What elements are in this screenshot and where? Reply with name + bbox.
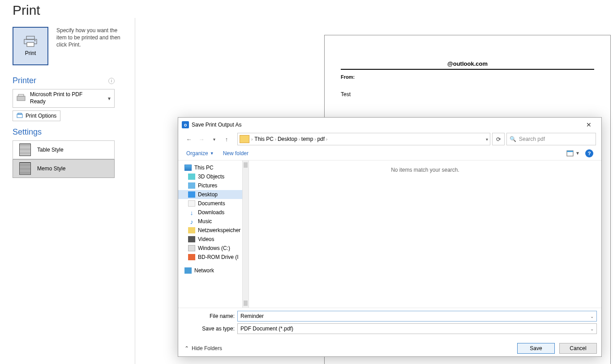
chevron-down-icon: ▼ (107, 96, 111, 101)
tree-item[interactable]: 3D Objects (178, 172, 242, 181)
printer-status: Ready (30, 98, 82, 106)
chevron-right-icon: › (297, 137, 301, 142)
chevron-right-icon: › (274, 137, 278, 142)
save-dialog: o Save Print Output As ✕ ← → ▾ ↑ › This … (178, 117, 602, 357)
nav-back-icon[interactable]: ← (184, 134, 194, 144)
tree-item[interactable]: Network (178, 266, 242, 275)
preview-account: @outlook.com (341, 60, 594, 70)
style-label: Table Style (37, 147, 64, 153)
pc-icon (184, 165, 192, 171)
view-mode-button[interactable]: ▼ (566, 150, 580, 157)
breadcrumb-segment[interactable]: Desktop (278, 136, 297, 142)
nav-up-icon[interactable]: ↑ (221, 134, 232, 144)
print-options-button[interactable]: Print Options (13, 110, 60, 121)
tree-item[interactable]: ♪Music (178, 217, 242, 226)
nav-history-icon[interactable]: ▾ (209, 134, 219, 144)
breadcrumb-segment[interactable]: This PC (254, 136, 274, 142)
chevron-down-icon[interactable]: ⌄ (590, 326, 594, 331)
printer-name: Microsoft Print to PDF (30, 91, 82, 98)
chevron-down-icon: ▼ (575, 151, 580, 156)
tree-item[interactable]: Netzwerkspeicher (178, 226, 242, 235)
save-button[interactable]: Save (517, 343, 555, 354)
dialog-title: Save Print Output As (192, 122, 241, 128)
chevron-down-icon[interactable]: ▾ (486, 137, 488, 142)
new-folder-button[interactable]: New folder (223, 150, 249, 157)
chevron-down-icon: ▼ (210, 151, 214, 156)
svg-rect-5 (18, 94, 24, 96)
3d-icon (188, 174, 195, 180)
tree-item[interactable]: Windows (C:) (178, 244, 242, 253)
svg-point-3 (34, 40, 35, 41)
tree-item[interactable]: Desktop (178, 190, 242, 199)
print-left-panel: Print Specify how you want the item to b… (0, 18, 135, 364)
bd-icon (188, 254, 195, 260)
page-title: Print (13, 3, 613, 18)
search-icon: 🔍 (510, 136, 516, 142)
save-type-label: Save as type: (183, 326, 235, 332)
outlook-icon: o (182, 121, 189, 128)
svg-rect-0 (26, 36, 34, 39)
style-label: Memo Style (37, 165, 65, 172)
chevron-up-icon: ⌃ (184, 345, 189, 351)
print-button-label: Print (25, 50, 36, 56)
preview-from-label: From: (341, 74, 594, 80)
file-list[interactable]: No items match your search. (249, 161, 601, 308)
folder-tree[interactable]: This PC3D ObjectsPicturesDesktopDocument… (178, 161, 243, 308)
style-icon (19, 144, 31, 156)
printer-small-icon (16, 94, 26, 103)
style-item[interactable]: Table Style (13, 140, 115, 159)
breadcrumb-segment[interactable]: pdf (317, 136, 325, 142)
cancel-button[interactable]: Cancel (559, 343, 597, 354)
breadcrumb-segment[interactable]: temp (301, 136, 313, 142)
address-bar[interactable]: › This PC › Desktop › temp › pdf › ▾ (237, 133, 490, 145)
tree-item-label: 3D Objects (198, 174, 224, 180)
search-placeholder: Search pdf (519, 136, 545, 142)
vid-icon (188, 236, 195, 242)
style-item[interactable]: Memo Style (13, 159, 115, 178)
tree-item-label: Downloads (198, 209, 224, 216)
print-button[interactable]: Print (13, 27, 48, 65)
tree-item[interactable]: Videos (178, 235, 242, 244)
print-hint: Specify how you want the item to be prin… (56, 27, 128, 49)
print-options-label: Print Options (26, 113, 56, 119)
tree-item-label: This PC (194, 165, 214, 171)
desk-icon (188, 191, 195, 198)
tree-item[interactable]: ↓Downloads (178, 208, 242, 217)
tree-item-label: Windows (C:) (198, 245, 230, 251)
tree-item[interactable]: This PC (178, 163, 242, 172)
tree-item-label: BD-ROM Drive (I (198, 254, 239, 260)
printer-selector[interactable]: Microsoft Print to PDF Ready ▼ (13, 89, 115, 108)
tree-scrollbar[interactable] (243, 161, 249, 308)
tree-item-label: Music (198, 218, 212, 224)
empty-state: No items match your search. (391, 167, 459, 173)
hide-folders-button[interactable]: ⌃ Hide Folders (184, 345, 222, 351)
mus-icon: ♪ (188, 218, 195, 224)
organize-button[interactable]: Organize ▼ (186, 150, 214, 157)
save-type-select[interactable]: PDF Document (*.pdf) ⌄ (237, 323, 597, 334)
net-icon (188, 227, 195, 233)
info-icon[interactable]: i (108, 78, 115, 84)
tree-item-label: Network (194, 267, 214, 274)
help-icon[interactable]: ? (585, 149, 593, 157)
c-icon (188, 245, 195, 251)
tree-item-label: Documents (198, 200, 225, 207)
view-icon (566, 150, 574, 157)
printer-icon (24, 36, 37, 47)
preview-body: Test (341, 91, 594, 97)
svg-rect-9 (567, 151, 573, 152)
search-input[interactable]: 🔍 Search pdf (506, 133, 596, 145)
tree-item-label: Netzwerkspeicher (198, 227, 240, 233)
print-options-icon (17, 113, 23, 119)
chevron-down-icon[interactable]: ⌄ (590, 314, 594, 319)
refresh-icon[interactable]: ⟳ (492, 133, 505, 145)
tree-item[interactable]: Documents (178, 199, 242, 208)
tree-item-label: Desktop (198, 191, 218, 198)
close-icon[interactable]: ✕ (580, 121, 598, 128)
settings-section-header: Settings (13, 127, 42, 137)
tree-item-label: Videos (198, 236, 214, 242)
file-name-input[interactable]: Reminder ⌄ (237, 311, 597, 322)
tree-item[interactable]: Pictures (178, 181, 242, 190)
tree-item[interactable]: BD-ROM Drive (I (178, 253, 242, 262)
tree-item-label: Pictures (198, 182, 217, 189)
doc-icon (188, 200, 195, 207)
